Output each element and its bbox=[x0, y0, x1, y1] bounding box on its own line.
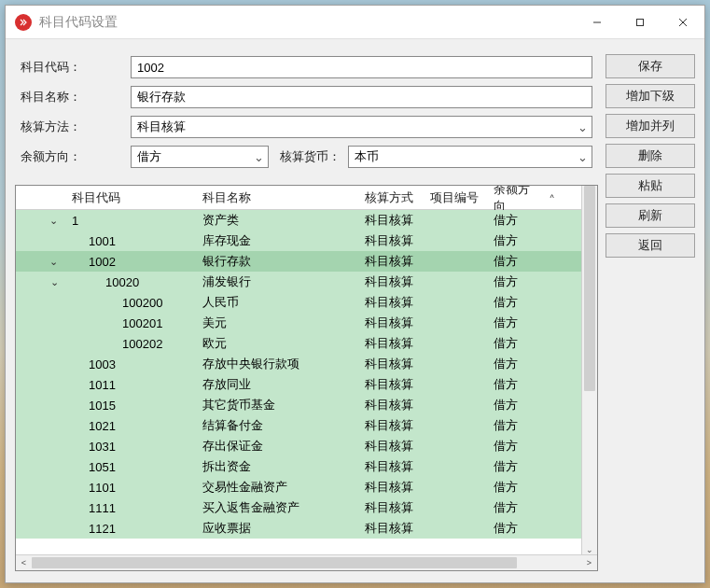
cell-code: 1001 bbox=[66, 234, 197, 248]
cell-method: 科目核算 bbox=[359, 232, 425, 249]
table-row[interactable]: 1001库存现金科目核算借方 bbox=[16, 231, 597, 251]
cell-name: 存放同业 bbox=[197, 376, 359, 393]
table-row[interactable]: 1031存出保证金科目核算借方 bbox=[16, 436, 597, 456]
col-proj-header[interactable]: 项目编号 bbox=[425, 189, 488, 206]
table-body: ⌄1资产类科目核算借方1001库存现金科目核算借方⌄1002银行存款科目核算借方… bbox=[16, 210, 597, 570]
label-code: 科目代码： bbox=[21, 59, 131, 76]
cell-name: 银行存款 bbox=[197, 253, 359, 270]
input-code[interactable] bbox=[131, 56, 592, 78]
cell-method: 科目核算 bbox=[359, 315, 425, 331]
maximize-button[interactable] bbox=[619, 6, 661, 38]
table-row[interactable]: 100202欧元科目核算借方 bbox=[16, 333, 597, 354]
cell-dir: 借方 bbox=[488, 335, 544, 352]
cell-method: 科目核算 bbox=[359, 417, 425, 434]
table-row[interactable]: 1101交易性金融资产科目核算借方 bbox=[16, 477, 597, 497]
cell-dir: 借方 bbox=[488, 253, 544, 270]
cell-name: 欧元 bbox=[197, 335, 359, 352]
left-pane: 科目代码： 科目名称： 核算方法： 科目核算 ⌄ 余额方向： bbox=[15, 49, 598, 571]
col-code-header[interactable]: 科目代码 bbox=[66, 189, 197, 206]
cell-method: 科目核算 bbox=[359, 458, 425, 475]
col-method-header[interactable]: 核算方式 bbox=[359, 189, 425, 206]
cell-dir: 借方 bbox=[488, 417, 544, 434]
cell-method: 科目核算 bbox=[359, 438, 425, 455]
cell-dir: 借方 bbox=[488, 315, 544, 331]
cell-name: 存放中央银行款项 bbox=[197, 356, 359, 372]
expander-icon[interactable]: ⌄ bbox=[48, 256, 59, 268]
cell-code: 1111 bbox=[66, 501, 197, 515]
app-icon bbox=[15, 14, 32, 31]
minimize-button[interactable] bbox=[576, 6, 619, 38]
hscroll-thumb[interactable] bbox=[32, 557, 517, 568]
table-row[interactable]: 1015其它货币基金科目核算借方 bbox=[16, 395, 597, 415]
select-method[interactable]: 科目核算 ⌄ bbox=[131, 116, 592, 138]
cell-name: 资产类 bbox=[197, 212, 359, 229]
select-currency[interactable]: 本币 ⌄ bbox=[348, 146, 592, 168]
table-row[interactable]: ⌄1资产类科目核算借方 bbox=[16, 210, 597, 231]
refresh-button[interactable]: 刷新 bbox=[606, 203, 695, 228]
hscroll-left-icon[interactable]: < bbox=[16, 555, 32, 570]
cell-code: 1002 bbox=[66, 255, 197, 269]
cell-dir: 借方 bbox=[488, 356, 544, 372]
chevron-down-icon: ⌄ bbox=[578, 120, 588, 134]
col-name-header[interactable]: 科目名称 bbox=[197, 189, 359, 206]
table-row[interactable]: 1021结算备付金科目核算借方 bbox=[16, 415, 597, 436]
vscroll-thumb[interactable] bbox=[584, 186, 595, 391]
table-row[interactable]: 1011存放同业科目核算借方 bbox=[16, 374, 597, 395]
delete-button[interactable]: 删除 bbox=[606, 144, 695, 168]
cell-dir: 借方 bbox=[488, 397, 544, 413]
hscroll-track[interactable] bbox=[32, 555, 581, 570]
cell-name: 其它货币基金 bbox=[197, 397, 359, 413]
cell-name: 存出保证金 bbox=[197, 438, 359, 455]
paste-button[interactable]: 粘贴 bbox=[606, 174, 695, 198]
select-method-value: 科目核算 bbox=[137, 119, 186, 135]
table-row[interactable]: ⌄1002银行存款科目核算借方 bbox=[16, 251, 597, 272]
cell-code: 100201 bbox=[66, 316, 197, 330]
cell-method: 科目核算 bbox=[359, 376, 425, 393]
horizontal-scrollbar[interactable]: < > bbox=[16, 554, 597, 570]
expander-icon[interactable]: ⌄ bbox=[48, 215, 59, 227]
header-scroll-up-icon: ^ bbox=[544, 193, 560, 203]
hscroll-right-icon[interactable]: > bbox=[581, 555, 597, 570]
cell-method: 科目核算 bbox=[359, 499, 425, 516]
svg-rect-1 bbox=[637, 19, 644, 25]
expander-icon[interactable]: ⌄ bbox=[50, 276, 59, 288]
vscroll-track[interactable] bbox=[582, 186, 597, 541]
table-row[interactable]: 1051拆出资金科目核算借方 bbox=[16, 456, 597, 477]
vertical-scrollbar[interactable]: ⌄ bbox=[581, 186, 597, 557]
select-dir-value: 借方 bbox=[137, 148, 161, 165]
cell-dir: 借方 bbox=[488, 479, 544, 496]
cell-code: 100202 bbox=[66, 337, 197, 351]
table-row[interactable]: ⌄10020浦发银行科目核算借方 bbox=[16, 272, 597, 292]
save-button[interactable]: 保存 bbox=[606, 54, 695, 78]
table-row[interactable]: 1003存放中央银行款项科目核算借方 bbox=[16, 354, 597, 374]
label-method: 核算方法： bbox=[21, 119, 131, 135]
cell-dir: 借方 bbox=[488, 294, 544, 311]
input-name[interactable] bbox=[131, 86, 592, 108]
table-row[interactable]: 100200人民币科目核算借方 bbox=[16, 292, 597, 313]
cell-code: 100200 bbox=[66, 296, 197, 310]
table-row[interactable]: 1121应收票据科目核算借方 bbox=[16, 518, 597, 539]
cell-dir: 借方 bbox=[488, 376, 544, 393]
label-dir: 余额方向： bbox=[21, 148, 131, 165]
row-method: 核算方法： 科目核算 ⌄ bbox=[21, 116, 592, 138]
cell-method: 科目核算 bbox=[359, 212, 425, 229]
row-name: 科目名称： bbox=[21, 86, 592, 108]
content-area: 科目代码： 科目名称： 核算方法： 科目核算 ⌄ 余额方向： bbox=[6, 39, 704, 582]
window-title: 科目代码设置 bbox=[39, 14, 576, 31]
select-currency-value: 本币 bbox=[355, 148, 379, 165]
back-button[interactable]: 返回 bbox=[606, 233, 695, 258]
cell-name: 买入返售金融资产 bbox=[197, 499, 359, 516]
cell-code: 1021 bbox=[66, 419, 197, 433]
table-row[interactable]: 100201美元科目核算借方 bbox=[16, 313, 597, 333]
add-sibling-button[interactable]: 增加并列 bbox=[606, 114, 695, 138]
cell-name: 应收票据 bbox=[197, 520, 359, 537]
add-child-button[interactable]: 增加下级 bbox=[606, 84, 695, 108]
expand-cell: ⌄ bbox=[16, 276, 66, 288]
close-button[interactable] bbox=[661, 6, 704, 38]
select-dir[interactable]: 借方 ⌄ bbox=[131, 146, 269, 168]
form-area: 科目代码： 科目名称： 核算方法： 科目核算 ⌄ 余额方向： bbox=[15, 49, 598, 185]
title-bar: 科目代码设置 bbox=[6, 6, 704, 39]
cell-dir: 借方 bbox=[488, 458, 544, 475]
window-buttons bbox=[576, 6, 704, 38]
table-row[interactable]: 1111买入返售金融资产科目核算借方 bbox=[16, 497, 597, 518]
